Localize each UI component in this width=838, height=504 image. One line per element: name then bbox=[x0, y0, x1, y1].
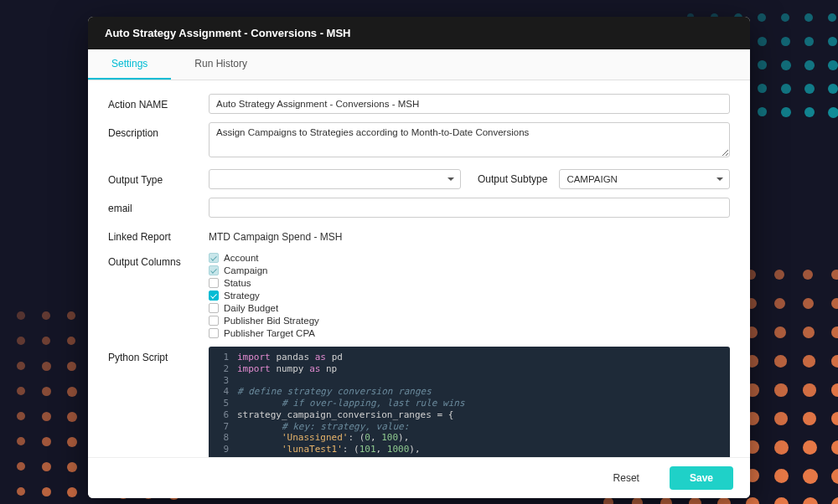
tabs: Settings Run History bbox=[88, 49, 750, 80]
modal-footer: Reset Save bbox=[88, 457, 750, 498]
description-input[interactable]: Assign Campaigns to Strategies according… bbox=[209, 122, 730, 157]
checkbox-label: Account bbox=[224, 253, 259, 263]
checkbox-label: Status bbox=[224, 278, 251, 288]
checkbox[interactable] bbox=[209, 328, 219, 338]
python-script-editor[interactable]: 1import pandas as pd2import numpy as np3… bbox=[209, 347, 730, 457]
output-type-select[interactable] bbox=[209, 169, 461, 189]
output-column-item: Strategy bbox=[209, 291, 730, 301]
checkbox[interactable] bbox=[209, 278, 219, 288]
reset-button[interactable]: Reset bbox=[593, 466, 660, 490]
label-email: email bbox=[108, 198, 209, 214]
checkbox-label: Publisher Target CPA bbox=[224, 328, 315, 338]
output-columns-list: AccountCampaignStatusStrategyDaily Budge… bbox=[209, 251, 730, 338]
output-column-item: Publisher Bid Strategy bbox=[209, 316, 730, 326]
output-column-item: Account bbox=[209, 253, 730, 263]
output-column-item: Campaign bbox=[209, 265, 730, 275]
modal-header: Auto Strategy Assignment - Conversions -… bbox=[88, 17, 750, 49]
tab-run-history[interactable]: Run History bbox=[171, 49, 271, 80]
label-output-subtype: Output Subtype bbox=[478, 173, 547, 185]
linked-report-value: MTD Campaign Spend - MSH bbox=[209, 226, 730, 243]
checkbox-label: Strategy bbox=[224, 291, 260, 301]
label-python-script: Python Script bbox=[108, 347, 209, 363]
modal-title: Auto Strategy Assignment - Conversions -… bbox=[105, 27, 351, 39]
checkbox-label: Publisher Bid Strategy bbox=[224, 316, 319, 326]
label-description: Description bbox=[108, 122, 209, 139]
label-output-columns: Output Columns bbox=[108, 251, 209, 268]
checkbox[interactable] bbox=[209, 316, 219, 326]
checkbox-label: Daily Budget bbox=[224, 303, 278, 313]
output-column-item: Publisher Target CPA bbox=[209, 328, 730, 338]
form-body: Action NAME Description Assign Campaigns… bbox=[88, 80, 750, 457]
action-name-input[interactable] bbox=[209, 94, 730, 114]
checkbox bbox=[209, 265, 219, 275]
checkbox-label: Campaign bbox=[224, 265, 267, 275]
checkbox bbox=[209, 253, 219, 263]
checkbox[interactable] bbox=[209, 303, 219, 313]
checkbox[interactable] bbox=[209, 291, 219, 301]
label-output-type: Output Type bbox=[108, 169, 209, 186]
save-button[interactable]: Save bbox=[670, 466, 733, 490]
label-linked-report: Linked Report bbox=[108, 226, 209, 243]
output-subtype-select[interactable]: CAMPAIGN bbox=[559, 169, 730, 189]
modal-dialog: Auto Strategy Assignment - Conversions -… bbox=[88, 17, 750, 498]
email-input[interactable] bbox=[209, 198, 730, 218]
label-action-name: Action NAME bbox=[108, 94, 209, 111]
output-column-item: Status bbox=[209, 278, 730, 288]
tab-settings[interactable]: Settings bbox=[88, 49, 171, 80]
output-column-item: Daily Budget bbox=[209, 303, 730, 313]
